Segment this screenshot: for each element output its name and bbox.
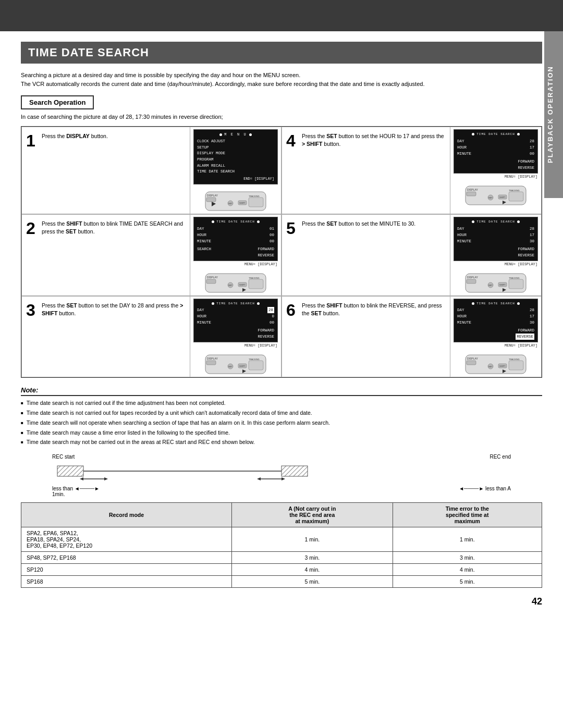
table-cell-a-3: 4 min.: [232, 564, 393, 576]
note-section: Note: Time date search is not carried ou…: [21, 386, 542, 447]
step-6-text: Press the SHIFT button to blink the REVE…: [301, 297, 450, 377]
table-row: SPA2, EPA6, SPA12,EPA18, SPA24, SP24,EP3…: [21, 527, 542, 552]
note-list: Time date search is not carried out if t…: [21, 399, 542, 447]
less-than-label: less than ◄────►: [52, 486, 100, 491]
table-row: SP168 5 min. 5 min.: [21, 576, 542, 588]
top-banner: [0, 0, 563, 31]
intro-text: Searching a picture at a desired day and…: [21, 71, 542, 88]
svg-rect-22: [206, 279, 216, 283]
step-6-number: 6: [282, 297, 301, 377]
svg-text:DISPLAY: DISPLAY: [467, 188, 478, 191]
table-cell-mode-2: SP48, SP72, EP168: [21, 552, 232, 564]
table-cell-error-2: 3 min.: [393, 552, 542, 564]
rec-start-label: REC start: [52, 454, 75, 460]
note-item-4: Time date search may cause a time error …: [21, 429, 542, 437]
table-cell-error-1: 1 min.: [393, 527, 542, 552]
table-cell-error-4: 5 min.: [393, 576, 542, 588]
svg-rect-2: [206, 198, 216, 202]
step-1-number: 1: [22, 127, 41, 214]
table-header-time-error: Time error to thespecified time atmaximu…: [393, 503, 542, 527]
step-5-diagram: TIME DATE SEARCH DAY28 HOUR17 MINUTE30 F…: [450, 215, 541, 295]
svg-rect-61: [57, 466, 83, 476]
table-header-not-carry: A (Not carry out inthe REC end areaat ma…: [232, 503, 393, 527]
svg-rect-9: [249, 198, 263, 207]
svg-text:DISPLAY: DISPLAY: [467, 276, 478, 279]
step-1: 1 Press the DISPLAY button. M E N U CLOC…: [21, 127, 282, 214]
table-row: SP48, SP72, EP168 3 min. 3 min.: [21, 552, 542, 564]
svg-marker-69: [282, 477, 285, 480]
svg-text:SET: SET: [228, 284, 232, 287]
step-4-text: Press the SET button to set the HOUR to …: [301, 127, 450, 214]
note-item-2: Time date search is not carried out for …: [21, 409, 542, 417]
svg-rect-42: [206, 361, 216, 365]
step-3-text: Press the SET button to set the DAY to 2…: [41, 297, 190, 377]
less-than-a-label: ◄────► less than A: [459, 486, 511, 491]
note-item-5: Time date search may not be carried out …: [21, 438, 542, 447]
steps-grid: 1 Press the DISPLAY button. M E N U CLOC…: [21, 126, 542, 378]
svg-text:DISPLAY: DISPLAY: [207, 357, 218, 360]
svg-marker-66: [104, 477, 108, 480]
svg-text:TRACKING: TRACKING: [249, 195, 260, 198]
step-4-diagram: TIME DATE SEARCH DAY28 HOUR17 MINUTE00 F…: [450, 127, 541, 214]
svg-text:TRACKING: TRACKING: [509, 277, 520, 279]
info-table: Record mode A (Not carry out inthe REC e…: [21, 502, 542, 588]
step-3-diagram: TIME DATE SEARCH DAY28 HOUR0 MINUTE00 FO…: [190, 297, 281, 377]
step-6-diagram: TIME DATE SEARCH DAY28 HOUR17 MINUTE30 F…: [450, 297, 541, 377]
table-cell-mode-1: SPA2, EPA6, SPA12,EPA18, SPA24, SP24,EP3…: [21, 527, 232, 552]
svg-text:SET: SET: [488, 365, 493, 368]
svg-marker-65: [80, 477, 83, 480]
step-3: 3 Press the SET button to set the DAY to…: [21, 296, 282, 378]
sidebar-label: PLAYBACK OPERATION: [544, 31, 563, 198]
step-6: 6 Press the SHIFT button to blink the RE…: [282, 296, 542, 378]
svg-text:TRACKING: TRACKING: [249, 358, 260, 361]
step-2-diagram: TIME DATE SEARCH DAY01 HOUR00 MINUTE00 S…: [190, 215, 281, 295]
svg-marker-68: [257, 477, 261, 480]
table-cell-mode-3: SP120: [21, 564, 232, 576]
rec-diagram: REC start REC end: [52, 454, 511, 497]
step-5-text: Press the SET button to set the MINUTE t…: [301, 215, 450, 295]
table-cell-a-1: 1 min.: [232, 527, 393, 552]
step-5: 5 Press the SET button to set the MINUTE…: [282, 214, 542, 296]
svg-rect-59: [509, 361, 523, 370]
svg-rect-39: [509, 279, 523, 289]
rec-end-label: REC end: [489, 454, 511, 460]
step-2-text: Press the SHIFT button to blink TIME DAT…: [41, 215, 190, 295]
svg-text:SHIFT: SHIFT: [239, 283, 246, 286]
svg-text:SET: SET: [228, 365, 232, 368]
svg-rect-49: [249, 361, 263, 370]
table-cell-a-2: 3 min.: [232, 552, 393, 564]
note-item-1: Time date search is not carried out if t…: [21, 399, 542, 408]
step-2-number: 2: [22, 215, 41, 295]
svg-text:SET: SET: [488, 196, 493, 199]
page-number: 42: [21, 596, 542, 607]
table-cell-mode-4: SP168: [21, 576, 232, 588]
search-operation-title: Search Operation: [21, 95, 94, 109]
one-min-label: 1min.: [52, 491, 65, 497]
svg-text:SHIFT: SHIFT: [499, 196, 506, 199]
table-cell-error-3: 4 min.: [393, 564, 542, 576]
step-2: 2 Press the SHIFT button to blink TIME D…: [21, 214, 282, 296]
step-4: 4 Press the SET button to set the HOUR t…: [282, 127, 542, 214]
page-title: TIME DATE SEARCH: [21, 42, 542, 64]
svg-rect-63: [282, 466, 308, 476]
svg-text:SHIFT: SHIFT: [499, 283, 506, 286]
step-5-number: 5: [282, 215, 301, 295]
rec-line-svg: [52, 461, 313, 487]
svg-text:DISPLAY: DISPLAY: [207, 194, 218, 197]
table-row: SP120 4 min. 4 min.: [21, 564, 542, 576]
svg-text:SHIFT: SHIFT: [499, 365, 506, 367]
svg-text:SHIFT: SHIFT: [239, 202, 246, 204]
table-cell-a-4: 5 min.: [232, 576, 393, 588]
svg-rect-12: [467, 192, 476, 196]
search-operation-desc: In case of searching the picture at day …: [21, 114, 542, 120]
step-4-number: 4: [282, 127, 301, 214]
svg-text:SET: SET: [228, 202, 232, 205]
svg-text:DISPLAY: DISPLAY: [207, 276, 218, 279]
note-title: Note:: [21, 386, 542, 396]
svg-rect-32: [467, 279, 476, 283]
svg-rect-52: [467, 361, 476, 365]
note-item-3: Time date search will not operate when s…: [21, 419, 542, 427]
svg-text:TRACKING: TRACKING: [249, 277, 260, 279]
svg-rect-19: [509, 192, 523, 201]
svg-text:SHIFT: SHIFT: [239, 365, 246, 367]
